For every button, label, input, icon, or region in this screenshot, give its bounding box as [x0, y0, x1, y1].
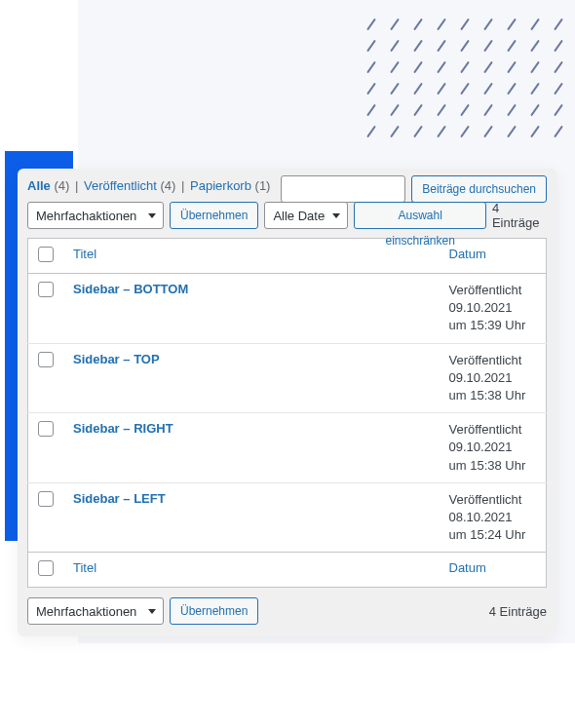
separator: | — [179, 178, 190, 193]
bulk-action-select[interactable]: Mehrfachaktionen — [27, 202, 164, 229]
slash-pattern — [364, 23, 569, 146]
view-all-count: (4) — [54, 178, 69, 193]
search-input[interactable] — [281, 175, 405, 203]
entries-count-bottom: 4 Einträge — [489, 604, 547, 619]
top-actions-row: Mehrfachaktionen Übernehmen Alle Daten A… — [27, 201, 547, 230]
row-checkbox[interactable] — [38, 491, 54, 507]
column-footer-title[interactable]: Titel — [63, 553, 440, 588]
apply-bulk-button-bottom[interactable]: Übernehmen — [170, 597, 258, 625]
view-trash-count: (1) — [255, 178, 271, 193]
post-title-link[interactable]: Sidebar – BOTTOM — [73, 282, 188, 296]
search-row: Beiträge durchsuchen — [281, 175, 547, 203]
posts-table: Titel Datum Sidebar – BOTTOM Veröffentli… — [27, 238, 547, 588]
bottom-actions-row: Mehrfachaktionen Übernehmen 4 Einträge — [27, 597, 547, 625]
search-button[interactable]: Beiträge durchsuchen — [411, 175, 547, 203]
table-row: Sidebar – LEFT Veröffentlicht08.10.2021u… — [28, 482, 547, 553]
row-checkbox[interactable] — [38, 421, 54, 437]
separator: | — [73, 178, 84, 193]
table-row: Sidebar – TOP Veröffentlicht09.10.2021um… — [28, 343, 547, 413]
view-published-link[interactable]: Veröffentlicht — [84, 178, 157, 193]
table-row: Sidebar – RIGHT Veröffentlicht09.10.2021… — [28, 413, 547, 483]
apply-bulk-button[interactable]: Übernehmen — [170, 202, 258, 229]
entries-count-top: 4 Einträge — [492, 201, 547, 230]
posts-panel: Beiträge durchsuchen Alle (4) | Veröffen… — [18, 169, 556, 636]
post-title-link[interactable]: Sidebar – LEFT — [73, 491, 166, 506]
view-published-count: (4) — [161, 178, 176, 193]
column-footer-date[interactable]: Datum — [440, 553, 547, 588]
filter-button[interactable]: Auswahl einschränken — [354, 202, 486, 229]
table-row: Sidebar – BOTTOM Veröffentlicht09.10.202… — [28, 274, 547, 344]
post-date: Veröffentlicht09.10.2021um 15:38 Uhr — [440, 343, 547, 413]
row-checkbox[interactable] — [38, 352, 54, 367]
post-title-link[interactable]: Sidebar – RIGHT — [73, 421, 173, 436]
post-date: Veröffentlicht08.10.2021um 15:24 Uhr — [440, 482, 547, 553]
bulk-action-select-bottom[interactable]: Mehrfachaktionen — [27, 597, 164, 625]
post-date: Veröffentlicht09.10.2021um 15:38 Uhr — [440, 413, 547, 483]
column-header-date[interactable]: Datum — [440, 239, 547, 274]
post-title-link[interactable]: Sidebar – TOP — [73, 352, 160, 366]
select-all-checkbox-footer[interactable] — [38, 560, 54, 576]
select-all-checkbox[interactable] — [38, 247, 54, 262]
post-date: Veröffentlicht09.10.2021um 15:39 Uhr — [440, 274, 547, 344]
row-checkbox[interactable] — [38, 282, 54, 297]
view-all-link[interactable]: Alle — [27, 178, 51, 193]
view-trash-link[interactable]: Papierkorb — [190, 178, 251, 193]
date-filter-select[interactable]: Alle Daten — [264, 202, 348, 229]
column-header-title[interactable]: Titel — [63, 239, 440, 274]
